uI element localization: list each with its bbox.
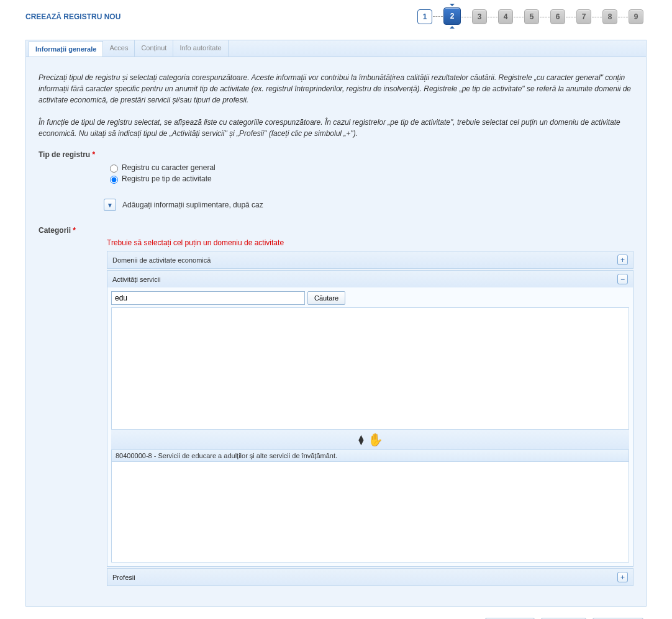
minus-icon: − — [620, 276, 625, 283]
registry-type-label: Tip de registru * — [39, 150, 633, 159]
section-service-activities-label: Activități servicii — [112, 276, 161, 283]
section-economic-domains: Domenii de activitate economică + — [107, 251, 633, 269]
tab-general-info[interactable]: Informații generale — [29, 41, 103, 56]
chevron-down-icon — [450, 4, 455, 6]
drag-separator[interactable]: ▲▼ ✋ — [111, 430, 629, 450]
selected-items-listbox[interactable]: 80400000-8 - Servicii de educare a adulț… — [111, 450, 629, 563]
expand-professions-button[interactable]: + — [617, 572, 628, 582]
tab-bar: Informații generale Acces Conținut Info … — [25, 40, 647, 56]
expand-additional-info-label: Adăugați informații suplimentare, după c… — [122, 201, 263, 209]
plus-icon: + — [620, 574, 625, 581]
expand-economic-domains-button[interactable]: + — [617, 255, 628, 265]
categories-label: Categorii * — [39, 226, 633, 235]
radio-activity-registry[interactable] — [110, 176, 118, 184]
collapse-service-activities-button[interactable]: − — [617, 274, 628, 284]
chevron-up-icon — [450, 26, 455, 29]
plus-icon: + — [620, 256, 625, 264]
radio-general-registry[interactable] — [110, 165, 118, 173]
step-1[interactable]: 1 — [417, 9, 432, 24]
tab-authority-info[interactable]: Info autoritate — [173, 40, 228, 56]
step-6[interactable]: 6 — [550, 9, 565, 24]
tab-content[interactable]: Conținut — [135, 40, 173, 56]
section-professions-label: Profesii — [112, 574, 135, 581]
search-input[interactable] — [111, 291, 305, 305]
chevron-down-icon: ▼ — [107, 202, 113, 209]
wizard-stepper: 1 2 3 4 5 6 7 8 9 — [417, 9, 643, 25]
radio-general-registry-label: Registru cu caracter general — [122, 163, 216, 172]
step-8[interactable]: 8 — [602, 9, 617, 24]
intro-paragraph-1: Precizați tipul de registru și selectați… — [39, 72, 633, 106]
selected-item[interactable]: 80400000-8 - Servicii de educare a adulț… — [112, 450, 629, 462]
step-3[interactable]: 3 — [472, 9, 487, 24]
categories-warning: Trebuie să selectați cel puțin un domeni… — [107, 238, 633, 247]
radio-activity-registry-label: Registru pe tip de activitate — [122, 174, 212, 183]
step-5[interactable]: 5 — [524, 9, 539, 24]
tab-access[interactable]: Acces — [103, 40, 135, 56]
expand-additional-info-button[interactable]: ▼ — [104, 199, 116, 211]
tab-panel: Precizați tipul de registru și selectați… — [25, 56, 647, 607]
section-service-activities: Activități servicii − Căutare ▲▼ — [107, 270, 633, 567]
step-7[interactable]: 7 — [576, 9, 591, 24]
step-4[interactable]: 4 — [498, 9, 513, 24]
search-results-listbox[interactable] — [111, 307, 629, 430]
resize-vertical-icon: ▲▼ — [357, 435, 366, 445]
section-professions: Profesii + — [107, 568, 633, 586]
step-9[interactable]: 9 — [629, 9, 643, 24]
hand-icon: ✋ — [368, 432, 383, 447]
intro-paragraph-2: În funcție de tipul de registru selectat… — [39, 117, 633, 139]
section-economic-domains-label: Domenii de activitate economică — [112, 256, 211, 264]
search-button[interactable]: Căutare — [307, 291, 345, 305]
step-2[interactable]: 2 — [443, 7, 461, 25]
